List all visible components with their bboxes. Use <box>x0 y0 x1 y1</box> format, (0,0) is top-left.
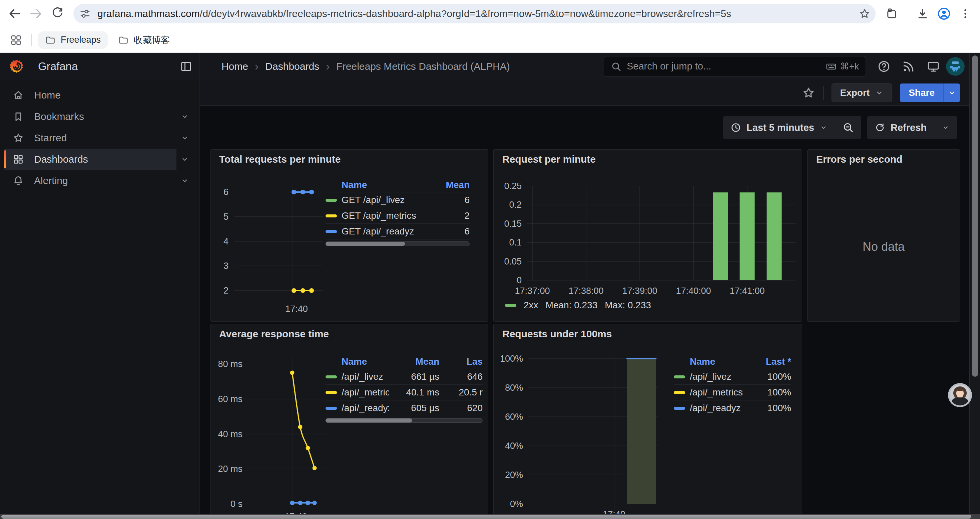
floating-assistant-avatar[interactable] <box>948 383 972 407</box>
sidebar-item-dashboards[interactable]: Dashboards <box>4 149 195 170</box>
tv-mode-button[interactable] <box>925 58 941 75</box>
downloads-button[interactable] <box>913 4 932 23</box>
legend-column-header[interactable]: Last * <box>754 356 791 367</box>
svg-text:20 ms: 20 ms <box>218 464 242 474</box>
legend-row[interactable]: GET /api/_livez6 <box>326 192 470 208</box>
legend-row[interactable]: GET /api/_metrics2 <box>326 208 470 224</box>
star-icon <box>859 8 870 20</box>
breadcrumb-separator: › <box>255 60 259 73</box>
svg-text:2: 2 <box>223 286 229 295</box>
series-value: 661 µs <box>389 371 439 382</box>
legend-row[interactable]: /api/_readyz605 µs620 <box>326 401 483 416</box>
grafana-brand: Grafana <box>0 53 199 80</box>
sidebar-toggle-button[interactable] <box>180 60 192 73</box>
folder-icon <box>45 35 56 45</box>
breadcrumb-separator: › <box>326 60 329 73</box>
series-value: 2 <box>433 211 470 221</box>
tune-icon <box>79 8 91 20</box>
browser-menu-button[interactable] <box>956 4 975 23</box>
panel-left-icon <box>180 60 192 73</box>
legend-row[interactable]: /api/_metrics100% <box>674 385 791 401</box>
legend-row[interactable]: /api/_readyz100% <box>674 401 791 416</box>
legend-column-header[interactable]: Name <box>674 356 754 367</box>
search-box[interactable]: ⌘+k <box>604 56 866 77</box>
panel-title[interactable]: Requests under 100ms <box>502 328 612 340</box>
bar-chart[interactable]: 0.250.20.150.10.05017:37:0017:38:0017:39… <box>494 150 802 322</box>
chevron-down-icon[interactable] <box>180 176 189 185</box>
svg-text:17:40: 17:40 <box>285 304 308 314</box>
legend-row[interactable]: /api/_metrics40.1 ms20.5 r <box>326 385 483 401</box>
sidebar-item-bookmarks[interactable]: Bookmarks <box>4 106 195 127</box>
chevron-down-icon[interactable] <box>180 155 189 164</box>
time-range-button[interactable]: Last 5 minutes <box>723 116 835 139</box>
panel-title[interactable]: Total requests per minute <box>219 153 341 165</box>
panel-title[interactable]: Errors per second <box>816 153 902 165</box>
dashboard-time-controls: Last 5 minutes Refresh <box>723 116 957 139</box>
star-icon <box>13 132 24 144</box>
series-name: GET /api/_metrics <box>342 211 433 221</box>
refresh-button[interactable]: Refresh <box>867 116 934 139</box>
sidebar-item-home[interactable]: Home <box>4 85 195 106</box>
help-button[interactable] <box>876 58 892 75</box>
legend-column-header[interactable]: Name <box>326 356 389 367</box>
series-value: 605 µs <box>389 403 439 414</box>
legend-column-header[interactable]: Name <box>326 180 433 190</box>
horizontal-scrollbar-thumb[interactable] <box>2 515 971 519</box>
legend[interactable]: 2xx Mean: 0.233 Max: 0.233 <box>505 300 651 311</box>
reload-button[interactable] <box>48 4 67 23</box>
vertical-scrollbar-thumb[interactable] <box>972 56 978 377</box>
sidebar-item-alerting[interactable]: Alerting <box>4 170 195 192</box>
svg-text:0: 0 <box>517 275 522 285</box>
area-chart[interactable]: 100%80%60%40%20%0%17:40 <box>494 324 802 519</box>
share-button[interactable]: Share <box>900 83 943 102</box>
series-color-pill <box>326 391 337 394</box>
panel-average-response-time: Average response time 80 ms60 ms40 ms20 … <box>210 324 488 519</box>
extension-button[interactable] <box>882 4 901 23</box>
bookmark-item-blog[interactable]: 收藏博客 <box>111 31 177 50</box>
help-icon <box>877 60 891 73</box>
legend-scrollbar-thumb[interactable] <box>326 242 405 246</box>
forward-button[interactable] <box>27 4 45 23</box>
legend-column-header[interactable]: Las <box>439 356 483 367</box>
profile-button[interactable] <box>935 4 953 23</box>
chevron-down-icon[interactable] <box>180 134 189 142</box>
news-button[interactable] <box>900 58 916 75</box>
legend-row[interactable]: /api/_livez661 µs646 <box>326 369 483 385</box>
search-icon <box>611 61 621 72</box>
chevron-down-icon[interactable] <box>180 112 189 121</box>
legend-scrollbar-thumb[interactable] <box>326 418 412 423</box>
legend-row[interactable]: GET /api/_readyz6 <box>326 224 470 240</box>
apps-grid-button[interactable] <box>7 31 25 50</box>
site-settings-icon[interactable] <box>77 6 93 21</box>
panel-title[interactable]: Request per minute <box>502 153 596 165</box>
panel-title[interactable]: Average response time <box>219 328 329 340</box>
legend-scrollbar[interactable] <box>326 241 470 246</box>
panel-errors-per-second: Errors per second No data <box>807 149 960 322</box>
nav-icons <box>876 58 941 75</box>
grafana-logo[interactable] <box>10 59 25 74</box>
url-bar[interactable]: grafana.mathmast.com/d/deytv4rwavabkb/fr… <box>73 4 876 23</box>
share-dropdown-button[interactable] <box>943 83 960 102</box>
back-button[interactable] <box>5 4 24 23</box>
search-input[interactable] <box>627 61 826 72</box>
url-text: grafana.mathmast.com/d/deytv4rwavabkb/fr… <box>97 8 856 19</box>
export-button[interactable]: Export <box>832 83 892 102</box>
sidebar-item-starred[interactable]: Starred <box>4 127 195 149</box>
vertical-scrollbar[interactable] <box>969 53 980 519</box>
series-name: /api/_metrics <box>342 387 389 398</box>
horizontal-scrollbar[interactable] <box>0 514 980 519</box>
series-max: Max: 0.233 <box>605 300 651 311</box>
bookmark-item-freeleaps[interactable]: Freeleaps <box>38 31 108 49</box>
legend-column-header[interactable]: Mean <box>389 356 439 367</box>
bookmark-page-button[interactable] <box>856 5 873 22</box>
zoom-out-button[interactable] <box>835 116 861 139</box>
legend-header: NameMeanLas <box>326 355 483 369</box>
legend-column-header[interactable]: Mean <box>433 180 470 190</box>
breadcrumb-home[interactable]: Home <box>221 61 248 72</box>
legend-row[interactable]: /api/_livez100% <box>674 369 791 385</box>
star-dashboard-button[interactable] <box>802 86 815 99</box>
refresh-interval-button[interactable] <box>934 116 957 139</box>
breadcrumb-dashboards[interactable]: Dashboards <box>265 61 319 72</box>
legend-scrollbar[interactable] <box>326 418 483 423</box>
user-avatar[interactable] <box>946 57 965 76</box>
